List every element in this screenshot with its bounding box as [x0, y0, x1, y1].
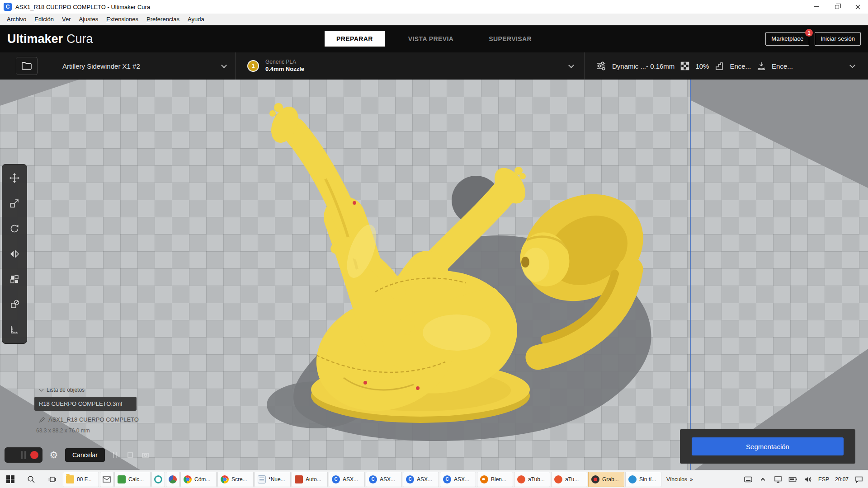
taskbar-app-paint[interactable]: Sin tí... — [625, 472, 661, 487]
cura-logo: UltimakerCura — [7, 32, 93, 46]
clock[interactable]: 20:07 — [835, 476, 849, 483]
viewport-3d[interactable]: Lista de objetos R18 CUERPO COMPLETO.3mf… — [0, 80, 868, 470]
object-list-toggle[interactable]: Lista de objetos — [40, 387, 139, 393]
printer-selector[interactable]: Artillery Sidewinder X1 #2 — [53, 52, 235, 80]
task-view-button[interactable] — [42, 470, 62, 488]
scale-icon — [9, 198, 19, 208]
search-icon — [27, 475, 35, 483]
measure-icon — [9, 325, 19, 335]
tab-preparar[interactable]: PREPARAR — [325, 31, 385, 47]
cura-app-icon: C — [4, 3, 12, 11]
taskbar-app-cura-2[interactable]: CASX... — [366, 472, 402, 487]
chevron-down-icon — [39, 387, 44, 392]
action-center-button[interactable] — [854, 475, 863, 484]
hidden-icons-button[interactable] — [759, 475, 768, 484]
taskbar-app-media-2[interactable] — [166, 472, 179, 487]
tab-supervisar[interactable]: SUPERVISAR — [477, 31, 543, 47]
taskbar-app-blender[interactable]: Blen... — [477, 472, 513, 487]
volume-button[interactable] — [803, 475, 812, 484]
recorder-camera-button[interactable] — [140, 450, 151, 460]
taskbar-app-autodesk[interactable]: Auto... — [292, 472, 328, 487]
cura-icon: C — [443, 475, 451, 483]
taskbar-app-mail[interactable] — [100, 472, 113, 487]
model-dimensions: 63.3 x 88.2 x 76.0 mm — [36, 427, 139, 434]
scale-tool-button[interactable] — [5, 192, 24, 214]
touch-keyboard-button[interactable] — [744, 475, 753, 484]
taskbar-app-atube-1[interactable]: aTub... — [514, 472, 550, 487]
keyboard-icon — [744, 476, 752, 483]
pause-icon — [111, 451, 119, 459]
menu-ayuda[interactable]: Ayuda — [184, 14, 208, 24]
tab-vista-previa[interactable]: VISTA PREVIA — [396, 31, 465, 47]
close-button[interactable] — [847, 0, 868, 14]
mirror-tool-button[interactable] — [5, 243, 24, 265]
restore-button[interactable] — [826, 0, 847, 14]
battery-icon — [788, 476, 797, 483]
material-selector[interactable]: 1 Generic PLA 0.4mm Nozzle — [235, 52, 584, 80]
taskbar: 00 F... Calc... Cóm... Scre... *Nue... A… — [0, 470, 868, 488]
recorder-settings-button[interactable]: ⚙ — [47, 448, 61, 462]
menu-archivo[interactable]: Archivo — [3, 14, 30, 24]
recorder-pause-button[interactable] — [109, 450, 120, 460]
object-list-item-selected[interactable]: R18 CUERPO COMPLETO.3mf — [34, 397, 137, 411]
blender-icon — [480, 475, 488, 483]
menu-ajustes[interactable]: Ajustes — [75, 14, 103, 24]
measure-tool-button[interactable] — [5, 319, 24, 341]
taskbar-app-chrome-1[interactable]: Cóm... — [180, 472, 217, 487]
minimize-icon — [814, 6, 819, 7]
cura-icon: C — [406, 475, 414, 483]
taskbar-app-media-1[interactable] — [151, 472, 165, 487]
chevron-down-icon — [849, 62, 855, 68]
object-list-title: Lista de objetos — [47, 387, 85, 393]
taskbar-app-calc[interactable]: Calc... — [114, 472, 151, 487]
chevron-down-icon — [221, 62, 227, 68]
start-button[interactable] — [0, 470, 21, 488]
print-settings-selector[interactable]: Dynamic ...- 0.16mm 10% Ence... Ence... — [584, 52, 868, 80]
taskbar-app-recorder[interactable]: Grab... — [588, 472, 624, 487]
taskbar-app-document[interactable]: *Nue... — [255, 472, 291, 487]
app-header: UltimakerCura PREPARAR VISTA PREVIA SUPE… — [0, 25, 868, 52]
menu-edicion[interactable]: Edición — [30, 14, 58, 24]
minimize-button[interactable] — [806, 0, 826, 14]
task-view-icon — [48, 475, 56, 483]
chrome-icon — [184, 475, 192, 483]
support-blocker-tool-button[interactable] — [5, 294, 24, 315]
links-toolbar[interactable]: Vínculos » — [666, 476, 693, 483]
taskbar-app-cura-1[interactable]: CASX... — [329, 472, 365, 487]
cura-icon: C — [369, 475, 377, 483]
per-model-settings-tool-button[interactable] — [5, 268, 24, 290]
open-file-area — [0, 52, 53, 80]
language-indicator[interactable]: ESP — [818, 476, 829, 483]
chevron-down-icon — [568, 62, 574, 68]
menu-preferencias[interactable]: Preferencias — [142, 14, 184, 24]
taskbar-app-atube-2[interactable]: aTu... — [551, 472, 587, 487]
config-bar: Artillery Sidewinder X1 #2 1 Generic PLA… — [0, 52, 868, 80]
stage-tabs: PREPARAR VISTA PREVIA SUPERVISAR — [325, 31, 543, 47]
window-title: ASX1_R18 CUERPO COMPLETO - Ultimaker Cur… — [15, 4, 150, 10]
taskbar-app-cura-3[interactable]: CASX... — [403, 472, 439, 487]
speaker-icon — [804, 476, 812, 483]
recorder-stop-button[interactable] — [125, 450, 136, 460]
model-name-row[interactable]: ASX1_R18 CUERPO COMPLETO — [39, 416, 139, 423]
recorder-cancel-button[interactable]: Cancelar — [65, 448, 105, 462]
atube-icon — [517, 475, 525, 483]
media-app-icon — [169, 475, 177, 483]
marketplace-button[interactable]: Marketplace 1 — [765, 32, 809, 46]
rotate-tool-button[interactable] — [5, 218, 24, 239]
grip-icon — [21, 451, 23, 459]
taskbar-app-folder[interactable]: 00 F... — [63, 472, 99, 487]
taskbar-app-cura-4[interactable]: CASX... — [440, 472, 476, 487]
signin-button[interactable]: Iniciar sesión — [815, 32, 861, 46]
network-button[interactable] — [774, 475, 783, 484]
recorder-handle[interactable] — [5, 447, 42, 463]
menu-extensiones[interactable]: Extensiones — [102, 14, 142, 24]
move-tool-button[interactable] — [5, 167, 24, 189]
search-button[interactable] — [21, 470, 42, 488]
gear-icon: ⚙ — [50, 450, 58, 460]
menu-ver[interactable]: Ver — [58, 14, 75, 24]
battery-button[interactable] — [788, 475, 797, 484]
open-file-button[interactable] — [16, 57, 38, 75]
taskbar-app-chrome-2[interactable]: Scre... — [217, 472, 254, 487]
sliders-icon — [596, 61, 606, 71]
slice-button[interactable]: Segmentación — [692, 437, 844, 455]
